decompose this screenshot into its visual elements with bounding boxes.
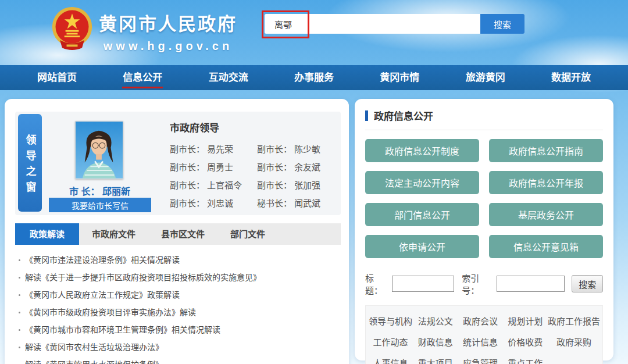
site-title: 黄冈市人民政府 [99,9,237,35]
department-disclosure-button[interactable]: 部门信息公开 [365,203,479,226]
list-item[interactable]: 《黄冈市违法建设治理条例》相关情况解读 [17,251,343,269]
list-item[interactable]: 《黄冈市城市市容和环境卫生管理条例》相关情况解读 [17,321,343,338]
annual-report-button[interactable]: 政府信息公开年报 [489,171,603,194]
leader-link[interactable]: 秘书长：闻武斌 [257,197,336,209]
mayor-role-label: 市 长： [69,187,99,197]
disclosure-system-button[interactable]: 政府信息公开制度 [365,139,479,162]
disclosure-links-grid: 领导与机构 法规公文 政府会议 规划计划 政府工作报告 工作动态 财政信息 统计… [365,305,603,364]
list-item[interactable]: 解读《黄冈市饮用水水源地保护条例》 [17,356,343,364]
site-header: 黄冈市人民政府 www.hg.gov.cn 搜索 [0,0,628,65]
link-key-work[interactable]: 重点工作 [503,356,548,364]
nav-item-tourism[interactable]: 旅游黄冈 [462,65,509,90]
list-item[interactable]: 《黄冈市市级政府投资项目评审实施办法》解读 [17,304,343,321]
bullet-dot-icon [19,312,20,313]
bullet-dot-icon [19,277,20,279]
link-work-report[interactable]: 政府工作报告 [548,315,600,327]
link-leaders-orgs[interactable]: 领导与机构 [368,315,413,327]
link-procurement[interactable]: 政府采购 [548,336,600,348]
divider [365,130,603,130]
nav-item-interaction[interactable]: 互动交流 [205,65,252,90]
tab-policy-interpretation[interactable]: 政策解读 [15,223,79,245]
link-major-projects[interactable]: 重大项目 [413,356,458,364]
annotation-highlight-box [262,10,309,38]
link-statistics[interactable]: 统计信息 [458,336,502,348]
header-search-button[interactable]: 搜索 [480,14,524,34]
leader-link[interactable]: 副市长：周勇士 [170,160,257,173]
tab-department-documents[interactable]: 部门文件 [217,223,278,245]
leaders-grid: 副市长：易先荣 副市长：陈少敏 副市长：周勇士 副市长：余友斌 副市长：上官福令… [170,142,336,209]
grassroots-disclosure-button[interactable]: 基层政务公开 [489,203,603,226]
national-emblem-logo [50,6,94,50]
policy-interpretation-list: 《黄冈市违法建设治理条例》相关情况解读 解读《关于进一步提升市区政府投资项目招投… [17,251,343,364]
leadership-section: 领导之窗 市 长： [15,112,341,215]
disclosure-guide-button[interactable]: 政府信息公开指南 [489,139,603,162]
leader-link[interactable]: 副市长：余友斌 [257,160,336,173]
disclosure-on-request-button[interactable]: 依申请公开 [365,235,479,258]
write-to-mayor-button[interactable]: 我要给市长写信 [49,198,151,212]
tab-city-gov-documents[interactable]: 市政府文件 [79,223,148,245]
nav-item-info-disclosure[interactable]: 信息公开 [119,65,166,90]
info-disclosure-header: 政府信息公开 [365,108,603,123]
title-field-label: 标题： [365,272,389,296]
document-tabs: 政策解读 市政府文件 县市区文件 部门文件 [15,223,341,245]
link-pricing-fees[interactable]: 价格收费 [503,336,548,348]
bullet-dot-icon [19,259,20,261]
mayor-name-link[interactable]: 邱丽新 [102,187,130,197]
link-work-news[interactable]: 工作动态 [368,336,413,348]
link-personnel[interactable]: 人事信息 [368,356,413,364]
disclosure-search-form: 标题： 索引号： 搜索 [365,272,603,296]
leadership-window-tab[interactable]: 领导之窗 [18,114,42,212]
leader-link[interactable]: 副市长：易先荣 [170,142,257,155]
gov-leaders-title: 市政府领导 [170,120,336,134]
page: 黄冈市人民政府 www.hg.gov.cn 搜索 网站首页 信息公开 互动交流 … [0,0,628,364]
info-disclosure-panel: 政府信息公开 政府信息公开制度 政府信息公开指南 法定主动公开内容 政府信息公开… [355,99,613,361]
nav-item-home[interactable]: 网站首页 [34,65,80,90]
link-gov-meetings[interactable]: 政府会议 [458,315,502,327]
index-number-input[interactable] [497,276,565,292]
leadership-and-documents-panel: 领导之窗 市 长： [5,99,349,364]
list-item[interactable]: 解读《关于进一步提升市区政府投资项目招投标质效的实施意见》 [17,269,343,286]
bullet-dot-icon [19,294,20,296]
leader-link[interactable]: 副市长：刘忠诚 [170,197,257,209]
leader-link[interactable]: 副市长：陈少敏 [257,142,336,155]
nav-item-services[interactable]: 办事服务 [291,65,337,90]
statutory-disclosure-button[interactable]: 法定主动公开内容 [365,171,479,194]
nav-item-city-profile[interactable]: 黄冈市情 [376,65,423,90]
link-emergency-mgmt[interactable]: 应急管理 [458,356,502,364]
bullet-dot-icon [19,347,20,348]
mayor-photo[interactable] [75,121,123,179]
list-item[interactable]: 解读《黄冈市农村生活垃圾治理办法》 [17,338,343,356]
main-nav: 网站首页 信息公开 互动交流 办事服务 黄冈市情 旅游黄冈 数据开放 [0,65,628,90]
info-disclosure-title: 政府信息公开 [374,108,433,123]
suggestion-box-button[interactable]: 信息公开意见箱 [489,235,603,258]
link-planning[interactable]: 规划计划 [503,315,548,327]
nav-item-open-data[interactable]: 数据开放 [548,65,594,90]
disclosure-buttons-grid: 政府信息公开制度 政府信息公开指南 法定主动公开内容 政府信息公开年报 部门信息… [365,139,603,258]
disclosure-search-button[interactable]: 搜索 [572,275,603,292]
bullet-dot-icon [19,329,20,331]
mayor-line: 市 长： 邱丽新 [43,184,156,198]
tab-county-documents[interactable]: 县市区文件 [148,223,217,245]
link-fiscal-info[interactable]: 财政信息 [413,336,458,348]
leader-link[interactable]: 副市长：张加强 [257,179,336,191]
index-field-label: 索引号： [462,272,494,296]
header-accent-bar [365,110,368,121]
gov-leaders-block: 市政府领导 副市长：易先荣 副市长：陈少敏 副市长：周勇士 副市长：余友斌 副市… [170,120,336,209]
list-item[interactable]: 《黄冈市人民政府立法工作规定》政策解读 [17,286,343,304]
site-url: www.hg.gov.cn [99,40,237,53]
link-regulations[interactable]: 法规公文 [413,315,458,327]
leader-link[interactable]: 副市长：上官福令 [170,179,257,191]
title-search-input[interactable] [392,276,454,292]
